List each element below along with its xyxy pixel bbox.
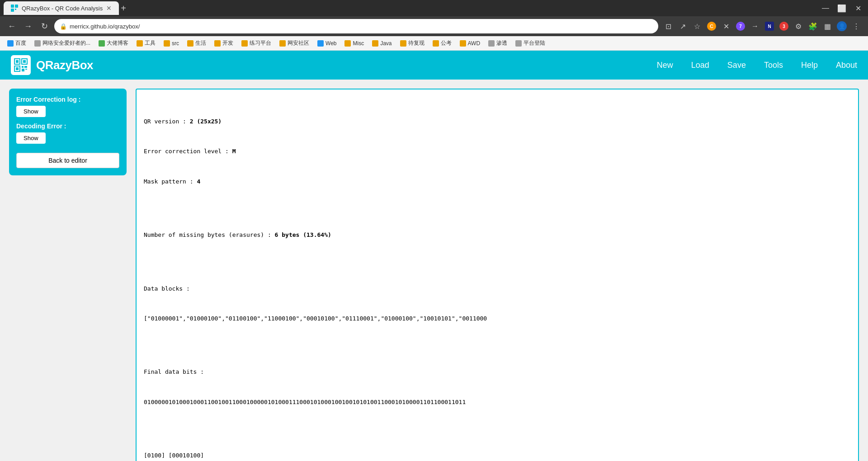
src-label: src (172, 40, 179, 47)
pentesting-favicon (488, 40, 495, 47)
missing-bytes-value: 6 bytes (13.64%) (275, 231, 331, 238)
bookmark-misc[interactable]: Misc (341, 39, 368, 47)
reload-btn[interactable]: ↻ (38, 20, 51, 33)
ext-badge-7: 7 (736, 22, 745, 31)
extension6-btn[interactable]: 3 (778, 20, 790, 33)
close-btn[interactable]: ✕ (852, 2, 864, 14)
awd-favicon (460, 40, 466, 47)
svg-rect-10 (22, 66, 24, 68)
forward-nav-btn[interactable]: → (22, 20, 34, 33)
svg-rect-7 (23, 60, 26, 63)
bookmark-src[interactable]: src (160, 39, 183, 47)
spacer-4 (144, 427, 851, 431)
bookmark-community[interactable]: 网安社区 (276, 38, 313, 48)
bookmark-practice[interactable]: 练习平台 (238, 38, 275, 48)
mask-pattern-value: 4 (197, 178, 200, 185)
ec-level-line: Error correction level : M (144, 146, 851, 156)
profile-btn[interactable]: 👤 (835, 20, 848, 33)
extension2-btn[interactable]: ✕ (720, 20, 732, 33)
address-bar[interactable]: 🔒 merricx.github.io/qrazybox/ (54, 19, 658, 33)
bookmark-pentesting[interactable]: 渗透 (485, 38, 511, 48)
qr-version-value: 2 (25x25) (190, 118, 222, 125)
main-output: QR version : 2 (25x25) Error correction … (136, 89, 859, 461)
spacer-3 (144, 343, 851, 347)
gongkao-label: 公考 (441, 39, 452, 47)
data-blocks-label: Data blocks : (144, 284, 851, 294)
nav-help[interactable]: Help (801, 61, 818, 70)
svg-rect-5 (16, 60, 19, 63)
back-to-editor-button[interactable]: Back to editor (16, 153, 119, 168)
bookmark-life[interactable]: 生活 (184, 38, 210, 48)
practice-favicon (241, 40, 248, 47)
security-label: 网络安全爱好者的... (42, 39, 90, 47)
bookmark-dev[interactable]: 开发 (211, 38, 237, 48)
svg-rect-13 (25, 69, 27, 70)
svg-rect-1 (15, 5, 18, 8)
dev-favicon (214, 40, 221, 47)
sidebar: Error Correction log : Show Decoding Err… (9, 89, 127, 175)
web-favicon (317, 40, 324, 47)
nav-save[interactable]: Save (727, 61, 746, 70)
tools-favicon (137, 40, 143, 47)
java-label: Java (380, 40, 392, 47)
extension5-btn[interactable]: N (763, 20, 776, 33)
back-nav-btn[interactable]: ← (5, 20, 18, 33)
browser-toolbar: ← → ↻ 🔒 merricx.github.io/qrazybox/ ⊡ ↗ … (0, 16, 868, 36)
output-scroll-wrapper[interactable]: QR version : 2 (25x25) Error correction … (136, 89, 859, 461)
nav-new[interactable]: New (657, 61, 673, 70)
extension1-btn[interactable]: C (705, 20, 718, 33)
nav-about[interactable]: About (836, 61, 857, 70)
bookmark-gongkao[interactable]: 公考 (429, 38, 455, 48)
daifuxian-favicon (400, 40, 406, 47)
bookmark-platform[interactable]: 平台登陆 (512, 38, 549, 48)
pentesting-label: 渗透 (496, 39, 507, 47)
bookmark-security[interactable]: 网络安全爱好者的... (31, 38, 94, 48)
practice-label: 练习平台 (250, 39, 271, 47)
data-blocks-value: ["01000001","01000100","01100100","11000… (144, 314, 851, 324)
share-icon-btn[interactable]: ↗ (676, 20, 689, 33)
platform-label: 平台登陆 (524, 39, 545, 47)
bookmark-daifuxian[interactable]: 待复现 (396, 38, 428, 48)
extension3-btn[interactable]: 7 (734, 20, 747, 33)
minimize-btn[interactable]: — (819, 2, 832, 14)
lock-icon: 🔒 (60, 23, 67, 30)
platform-favicon (515, 40, 522, 47)
bookmark-icon-btn[interactable]: ☆ (691, 20, 703, 33)
output-box: QR version : 2 (25x25) Error correction … (136, 89, 859, 461)
java-favicon (372, 40, 378, 47)
page-content: Error Correction log : Show Decoding Err… (0, 80, 868, 461)
life-label: 生活 (195, 39, 206, 47)
url-text: merricx.github.io/qrazybox/ (70, 23, 140, 30)
ec-level-value: M (232, 148, 236, 155)
sidebar-btn[interactable]: ▦ (821, 20, 834, 33)
misc-favicon (344, 40, 351, 47)
show-de-button[interactable]: Show (16, 132, 46, 144)
new-tab-button[interactable]: + (121, 3, 126, 14)
extensions-btn[interactable]: 🧩 (807, 20, 819, 33)
final-data-bits-label: Final data bits : (144, 367, 851, 377)
web-label: Web (326, 40, 336, 47)
menu-btn[interactable]: ⋮ (850, 20, 863, 33)
svg-rect-3 (15, 9, 16, 10)
misc-label: Misc (353, 40, 364, 47)
extension4-btn[interactable]: → (749, 20, 761, 33)
tools-label: 工具 (145, 39, 156, 47)
bookmark-java[interactable]: Java (368, 39, 395, 47)
settings-btn[interactable]: ⚙ (792, 20, 805, 33)
dev-label: 开发 (222, 39, 233, 47)
bookmark-awd[interactable]: AWD (456, 39, 484, 47)
cast-icon-btn[interactable]: ⊡ (662, 20, 675, 33)
tab-close-btn[interactable]: ✕ (106, 5, 112, 12)
baidu-label: 百度 (15, 39, 26, 47)
nav-tools[interactable]: Tools (764, 61, 783, 70)
bookmark-tools[interactable]: 工具 (133, 38, 159, 48)
bookmark-blog[interactable]: 大佬博客 (95, 38, 132, 48)
maximize-btn[interactable]: ⬜ (835, 2, 848, 14)
bookmark-baidu[interactable]: 百度 (4, 38, 30, 48)
active-tab[interactable]: QRazyBox - QR Code Analysis ✕ (4, 1, 119, 15)
qr-version-line: QR version : 2 (25x25) (144, 117, 851, 127)
show-ec-button[interactable]: Show (16, 106, 46, 117)
bookmark-web[interactable]: Web (314, 39, 340, 47)
nav-load[interactable]: Load (691, 61, 709, 70)
svg-rect-2 (11, 9, 14, 12)
